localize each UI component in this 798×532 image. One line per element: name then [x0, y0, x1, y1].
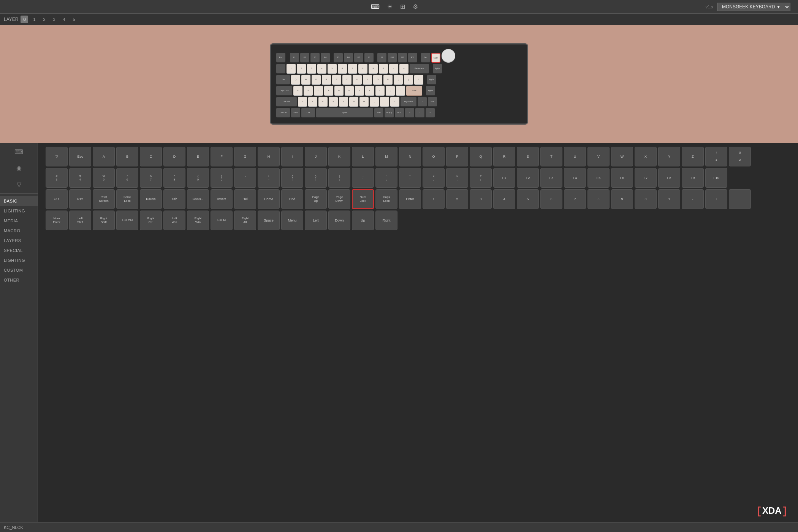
grid-key-f2[interactable]: F2: [517, 168, 539, 188]
grid-key-3-hash[interactable]: #3: [46, 168, 68, 188]
grid-key-capslock[interactable]: CapsLock: [375, 189, 397, 209]
grid-key-lalt[interactable]: Left Alt: [211, 211, 233, 230]
grid-key-7-amp[interactable]: &7: [140, 168, 162, 188]
grid-key-rbrace[interactable]: }]: [305, 168, 327, 188]
key-g[interactable]: G: [334, 86, 344, 96]
grid-key-j[interactable]: J: [305, 147, 327, 166]
grid-key-b[interactable]: B: [116, 147, 138, 166]
grid-key-lctrl[interactable]: Left Ctrl: [116, 211, 138, 230]
grid-key-pgdn[interactable]: PageDown: [328, 189, 350, 209]
layer-3[interactable]: 3: [50, 16, 58, 23]
key-f[interactable]: F: [324, 86, 333, 96]
key-grave[interactable]: `: [276, 64, 285, 74]
layer-5[interactable]: 5: [70, 16, 78, 23]
sidebar-item-basic[interactable]: BASIC: [0, 196, 38, 206]
sidebar-item-macro[interactable]: MACRO: [0, 226, 38, 236]
grid-key-end[interactable]: End: [281, 189, 303, 209]
key-slash[interactable]: /: [390, 97, 399, 107]
grid-key-q[interactable]: Q: [470, 147, 492, 166]
key-rbracket[interactable]: ]: [404, 75, 413, 85]
grid-key-lwin[interactable]: LeftWin: [163, 211, 185, 230]
grid-key-dquote[interactable]: "': [399, 168, 421, 188]
grid-key-4-dollar[interactable]: $4: [69, 168, 91, 188]
key-l[interactable]: L: [375, 86, 385, 96]
grid-key-num0[interactable]: 0: [635, 189, 657, 209]
key-f2[interactable]: F2: [300, 53, 309, 63]
grid-key-e[interactable]: E: [187, 147, 209, 166]
key-lshift[interactable]: Left Shift: [276, 97, 297, 107]
key-8[interactable]: 8: [358, 64, 367, 74]
grid-key-delete[interactable]: Del: [234, 189, 256, 209]
grid-key-r[interactable]: R: [493, 147, 515, 166]
key-left-arrow[interactable]: ←: [405, 108, 414, 118]
grid-key-rshift[interactable]: RightShift: [93, 211, 115, 230]
sidebar-icon-circle[interactable]: ◉: [15, 163, 23, 173]
grid-key-prtscr[interactable]: PrintScreen: [93, 189, 115, 209]
key-r[interactable]: R: [322, 75, 331, 85]
grid-key-num8[interactable]: 8: [587, 189, 610, 209]
key-equals[interactable]: =: [399, 64, 408, 74]
key-end[interactable]: End: [428, 97, 437, 107]
key-ralt[interactable]: RAlt: [374, 108, 383, 118]
key-right-arrow[interactable]: →: [426, 108, 435, 118]
key-f6[interactable]: F6: [344, 53, 353, 63]
grid-key-up[interactable]: Up: [352, 211, 374, 230]
grid-key-numenter[interactable]: NumEnter: [46, 211, 68, 230]
grid-key-x[interactable]: X: [635, 147, 657, 166]
grid-key-num5[interactable]: 5: [517, 189, 539, 209]
key-v[interactable]: V: [329, 97, 338, 107]
grid-key-plus-eq[interactable]: +=: [258, 168, 280, 188]
key-lalt[interactable]: LAlt: [301, 108, 315, 118]
grid-key-num6[interactable]: 6: [540, 189, 562, 209]
sidebar-item-special[interactable]: SPECIAL: [0, 245, 38, 255]
grid-key-z[interactable]: Z: [682, 147, 704, 166]
key-5[interactable]: 5: [328, 64, 337, 74]
key-f12[interactable]: F12: [408, 53, 417, 63]
key-pgdn2[interactable]: PgDn: [426, 86, 435, 96]
grid-key-f12[interactable]: F12: [69, 189, 91, 209]
grid-key-5-pct[interactable]: %5: [93, 168, 115, 188]
key-rc0[interactable]: RC0: [395, 108, 404, 118]
key-c[interactable]: C: [318, 97, 328, 107]
key-f4[interactable]: F4: [321, 53, 330, 63]
key-f9[interactable]: F9: [377, 53, 386, 63]
key-1[interactable]: 1: [287, 64, 296, 74]
grid-key-tab[interactable]: Tab: [163, 189, 185, 209]
grid-key-8-star[interactable]: *8: [163, 168, 185, 188]
key-f11[interactable]: F11: [398, 53, 407, 63]
grid-key-space[interactable]: Space: [258, 211, 280, 230]
key-a[interactable]: A: [293, 86, 302, 96]
grid-key-right[interactable]: Right: [375, 211, 397, 230]
key-down-arrow[interactable]: ↓: [415, 108, 424, 118]
keyboard-icon[interactable]: ⌨: [371, 3, 380, 10]
key-d[interactable]: D: [314, 86, 323, 96]
key-y[interactable]: Y: [342, 75, 352, 85]
grid-key-f4[interactable]: F4: [564, 168, 586, 188]
grid-key-num4[interactable]: 4: [493, 189, 515, 209]
sidebar-item-lighting2[interactable]: LIGHTING: [0, 255, 38, 265]
grid-key-question[interactable]: ?/: [470, 168, 492, 188]
grid-key-left[interactable]: Left: [305, 211, 327, 230]
grid-key-k[interactable]: K: [328, 147, 350, 166]
grid-key-n[interactable]: N: [399, 147, 421, 166]
grid-key-d[interactable]: D: [163, 147, 185, 166]
key-0[interactable]: 0: [379, 64, 388, 74]
grid-key-lt[interactable]: <,: [423, 168, 445, 188]
sidebar-item-lighting[interactable]: LIGHTING: [0, 206, 38, 216]
grid-key-g[interactable]: G: [234, 147, 256, 166]
key-u[interactable]: U: [353, 75, 362, 85]
grid-key-menu[interactable]: Menu: [281, 211, 303, 230]
grid-key-num2[interactable]: 2: [446, 189, 468, 209]
grid-key-p[interactable]: P: [446, 147, 468, 166]
grid-icon[interactable]: ⊞: [400, 3, 405, 10]
grid-key-pgup[interactable]: PageUp: [305, 189, 327, 209]
grid-key-ralt[interactable]: RightAlt: [234, 211, 256, 230]
key-b[interactable]: B: [339, 97, 348, 107]
grid-key-enter[interactable]: Enter: [399, 189, 421, 209]
key-7[interactable]: 7: [348, 64, 357, 74]
grid-key-1-excl[interactable]: !1: [705, 147, 727, 166]
sidebar-icon-down[interactable]: ▽: [15, 179, 23, 190]
sidebar-item-custom[interactable]: CUSTOM: [0, 265, 38, 275]
key-period[interactable]: .: [380, 97, 389, 107]
grid-key-m[interactable]: M: [375, 147, 397, 166]
